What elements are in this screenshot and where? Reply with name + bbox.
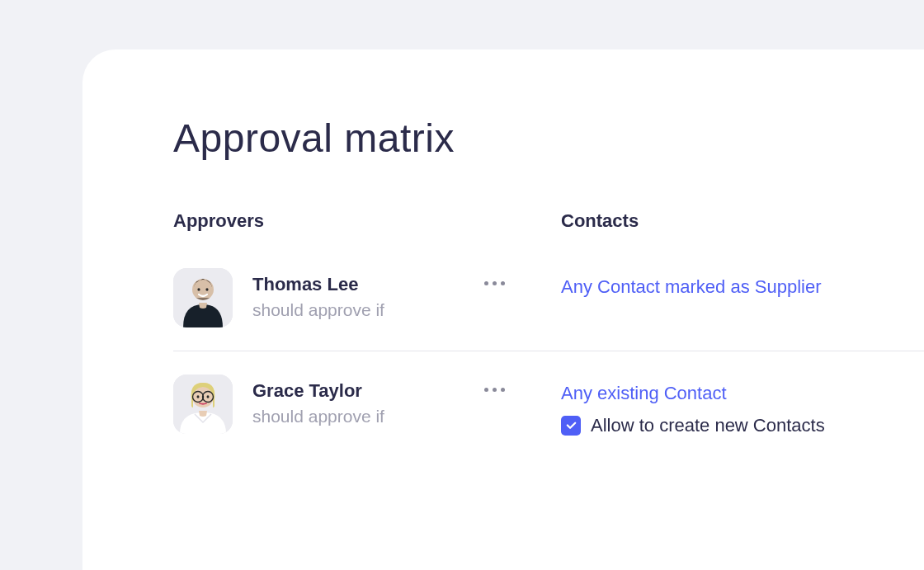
svg-point-10 <box>207 395 210 398</box>
approver-cell: Thomas Lee should approve if <box>173 268 561 327</box>
allow-create-label: Allow to create new Contacts <box>591 415 825 436</box>
allow-create-checkbox[interactable] <box>561 416 581 436</box>
more-options-button[interactable] <box>478 275 512 292</box>
dots-icon <box>493 281 497 285</box>
contact-rule-link[interactable]: Any Contact marked as Supplier <box>561 275 822 300</box>
approvers-header: Approvers <box>173 210 561 232</box>
approval-row: Grace Taylor should approve if Any exist… <box>173 351 924 436</box>
check-icon <box>565 419 578 431</box>
approval-rows: Thomas Lee should approve if Any Contact… <box>173 268 924 436</box>
contact-cell: Any Contact marked as Supplier <box>561 268 822 300</box>
page-title: Approval matrix <box>173 115 924 161</box>
dots-icon <box>484 281 488 285</box>
avatar <box>173 375 233 434</box>
allow-create-row: Allow to create new Contacts <box>561 415 825 436</box>
contact-rule-link[interactable]: Any existing Contact <box>561 381 825 407</box>
svg-point-9 <box>197 395 200 398</box>
dots-icon <box>501 281 505 285</box>
dots-icon <box>484 388 488 392</box>
approval-matrix-card: Approval matrix Approvers Contacts <box>82 49 924 570</box>
approver-text: Thomas Lee should approve if <box>252 268 384 321</box>
more-options-button[interactable] <box>478 381 512 398</box>
svg-point-3 <box>205 288 208 291</box>
approval-row: Thomas Lee should approve if Any Contact… <box>173 268 924 351</box>
approver-name: Grace Taylor <box>252 379 384 403</box>
svg-point-2 <box>197 288 200 291</box>
contact-cell: Any existing Contact Allow to create new… <box>561 375 825 436</box>
avatar <box>173 268 233 327</box>
dots-icon <box>493 388 497 392</box>
approver-cell: Grace Taylor should approve if <box>173 375 561 434</box>
approver-name: Thomas Lee <box>252 273 384 297</box>
approver-condition: should approve if <box>252 299 384 321</box>
contacts-header: Contacts <box>561 210 924 232</box>
approver-text: Grace Taylor should approve if <box>252 375 384 427</box>
dots-icon <box>501 388 505 392</box>
approver-condition: should approve if <box>252 405 384 427</box>
column-headers: Approvers Contacts <box>173 210 924 268</box>
